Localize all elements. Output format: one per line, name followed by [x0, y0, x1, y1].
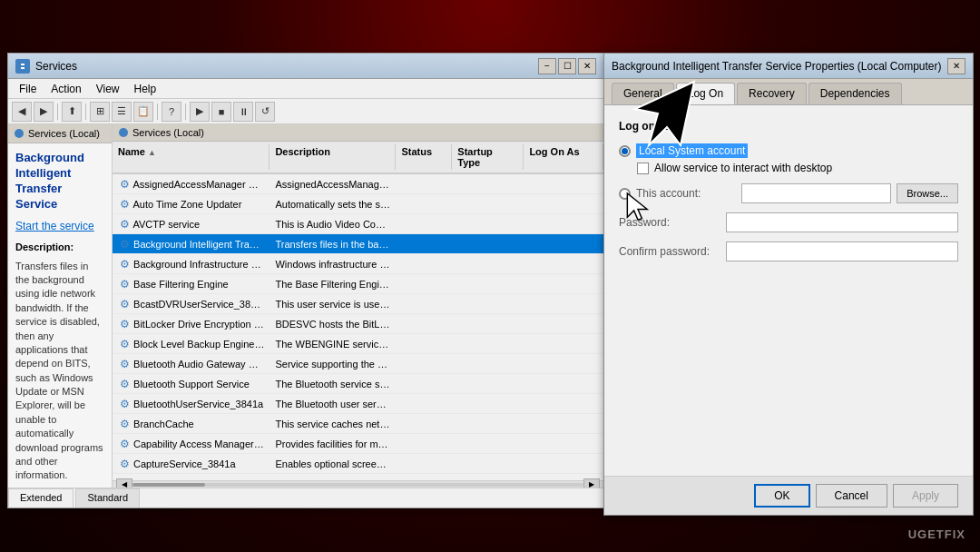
menu-action[interactable]: Action	[44, 81, 88, 97]
service-desc: The Base Filtering Engine (BFE	[270, 277, 396, 291]
table-row[interactable]: ⚙ AVCTP service This is Audio Video Cont…	[113, 214, 603, 234]
scrollbar-thumb[interactable]	[132, 483, 205, 487]
service-icon: ⚙	[118, 418, 131, 430]
service-status	[397, 242, 453, 246]
help-button[interactable]: ?	[162, 102, 181, 122]
table-row[interactable]: ⚙ Auto Time Zone Updater Automatically s…	[113, 194, 603, 214]
close-button[interactable]: ✕	[578, 58, 596, 74]
service-startup	[452, 222, 524, 226]
table-row[interactable]: ⚙ CaptureService_3841a Enables optional …	[113, 454, 603, 474]
service-desc: Enables optional screen captu	[270, 457, 396, 471]
description-label: Description:	[15, 242, 104, 252]
service-name: ⚙ CaptureService_3841a	[113, 456, 270, 472]
watermark: UGETFIX	[908, 527, 965, 541]
up-button[interactable]: ⬆	[62, 102, 82, 122]
dialog-titlebar: Background Intelligent Transfer Service …	[604, 54, 973, 79]
service-status	[397, 182, 453, 186]
table-row[interactable]: ⚙ Bluetooth Support Service The Bluetoot…	[113, 374, 603, 394]
selected-table-row[interactable]: ⚙ Background Intelligent Transfer Servic…	[113, 234, 603, 254]
services-list-header: Services (Local)	[113, 124, 603, 142]
pause-button[interactable]: ⏸	[233, 102, 253, 122]
service-startup	[452, 382, 524, 386]
table-row[interactable]: ⚙ Block Level Backup Engine Service The …	[113, 334, 603, 354]
ok-button[interactable]: OK	[754, 484, 809, 508]
service-icon: ⚙	[118, 458, 131, 470]
service-name: ⚙ BcastDVRUserService_3841a	[113, 296, 270, 312]
tab-recovery[interactable]: Recovery	[737, 83, 807, 104]
table-row[interactable]: ⚙ Capability Access Manager Service Prov…	[113, 434, 603, 454]
tab-logon[interactable]: Log On	[676, 83, 735, 104]
table-header: Name ▲ Description Status Startup Type L…	[113, 142, 603, 174]
tab-standard[interactable]: Standard	[75, 488, 140, 508]
logon-label: Log on as:	[619, 120, 958, 133]
service-icon: ⚙	[118, 438, 131, 450]
table-row[interactable]: ⚙ BluetoothUserService_3841a The Bluetoo…	[113, 394, 603, 414]
table-row[interactable]: ⚙ Bluetooth Audio Gateway Service Servic…	[113, 354, 603, 374]
scroll-right-button[interactable]: ▶	[583, 478, 600, 488]
cancel-button[interactable]: Cancel	[816, 484, 887, 508]
dialog-close-button[interactable]: ✕	[947, 58, 965, 74]
table-row[interactable]: ⚙ cbdhsvc_3841a This user service is use…	[113, 474, 603, 480]
scroll-left-button[interactable]: ◀	[116, 478, 132, 488]
svg-rect-1	[21, 64, 24, 65]
table-row[interactable]: ⚙ Background Infrastructure Service Wind…	[113, 254, 603, 274]
dialog-footer: OK Cancel Apply	[604, 476, 973, 515]
allow-interact-checkbox[interactable]	[637, 163, 649, 174]
this-account-radio[interactable]	[619, 188, 631, 200]
toolbar-separator-3	[157, 104, 158, 120]
service-logon	[524, 242, 603, 246]
menu-view[interactable]: View	[89, 81, 127, 97]
service-status	[397, 342, 453, 346]
dialog-content: Log on as: Local System account Allow se…	[604, 105, 973, 476]
horizontal-scrollbar[interactable]: ◀ ▶	[113, 480, 603, 488]
toolbar-separator-4	[185, 104, 186, 120]
table-row[interactable]: ⚙ AssignedAccessManager Service Assigned…	[113, 174, 603, 194]
tab-dependencies[interactable]: Dependencies	[808, 83, 902, 104]
col-header-description[interactable]: Description	[270, 144, 396, 170]
this-account-input[interactable]	[741, 183, 891, 203]
col-header-status[interactable]: Status	[396, 144, 452, 170]
stop-button[interactable]: ■	[211, 102, 231, 122]
service-icon: ⚙	[118, 378, 131, 390]
local-system-radio[interactable]	[619, 145, 631, 157]
service-startup	[452, 442, 524, 446]
svg-point-4	[119, 128, 128, 137]
menu-help[interactable]: Help	[127, 81, 164, 97]
service-icon: ⚙	[118, 338, 131, 350]
apply-button[interactable]: Apply	[893, 484, 958, 508]
service-status	[397, 402, 453, 406]
table-row[interactable]: ⚙ BitLocker Drive Encryption Service BDE…	[113, 314, 603, 334]
tab-general[interactable]: General	[612, 83, 674, 104]
tab-extended[interactable]: Extended	[8, 488, 74, 508]
sidebar-header: Services (Local)	[8, 124, 112, 143]
col-header-startup[interactable]: Startup Type	[452, 144, 524, 170]
properties-button[interactable]: 📋	[133, 102, 153, 122]
table-row[interactable]: ⚙ BcastDVRUserService_3841a This user se…	[113, 294, 603, 314]
service-name: ⚙ BranchCache	[113, 416, 270, 432]
service-logon	[524, 362, 603, 366]
col-header-logon[interactable]: Log On As	[524, 144, 603, 170]
table-row[interactable]: ⚙ Base Filtering Engine The Base Filteri…	[113, 274, 603, 294]
maximize-button[interactable]: ☐	[558, 58, 576, 74]
minimize-button[interactable]: −	[538, 58, 556, 74]
service-status	[397, 442, 453, 446]
service-name: ⚙ Bluetooth Support Service	[113, 376, 270, 392]
play-button[interactable]: ▶	[190, 102, 210, 122]
forward-button[interactable]: ▶	[34, 102, 54, 122]
table-row[interactable]: ⚙ BranchCache This service caches networ…	[113, 414, 603, 434]
confirm-password-input[interactable]	[726, 242, 958, 261]
browse-button[interactable]: Browse...	[897, 183, 958, 203]
menu-file[interactable]: File	[12, 81, 44, 97]
back-button[interactable]: ◀	[12, 102, 32, 122]
password-input[interactable]	[726, 212, 958, 232]
service-desc: Windows infrastructure service	[270, 257, 396, 271]
service-status	[397, 462, 453, 466]
confirm-password-label: Confirm password:	[619, 245, 719, 258]
service-logon	[524, 302, 603, 306]
restart-button[interactable]: ↺	[255, 102, 275, 122]
list-button[interactable]: ☰	[112, 102, 132, 122]
col-header-name[interactable]: Name ▲	[113, 144, 270, 170]
start-service-link[interactable]: Start the service	[15, 220, 104, 232]
view-button[interactable]: ⊞	[90, 102, 110, 122]
toolbar: ◀ ▶ ⬆ ⊞ ☰ 📋 ? ▶ ■ ⏸ ↺	[8, 99, 603, 124]
